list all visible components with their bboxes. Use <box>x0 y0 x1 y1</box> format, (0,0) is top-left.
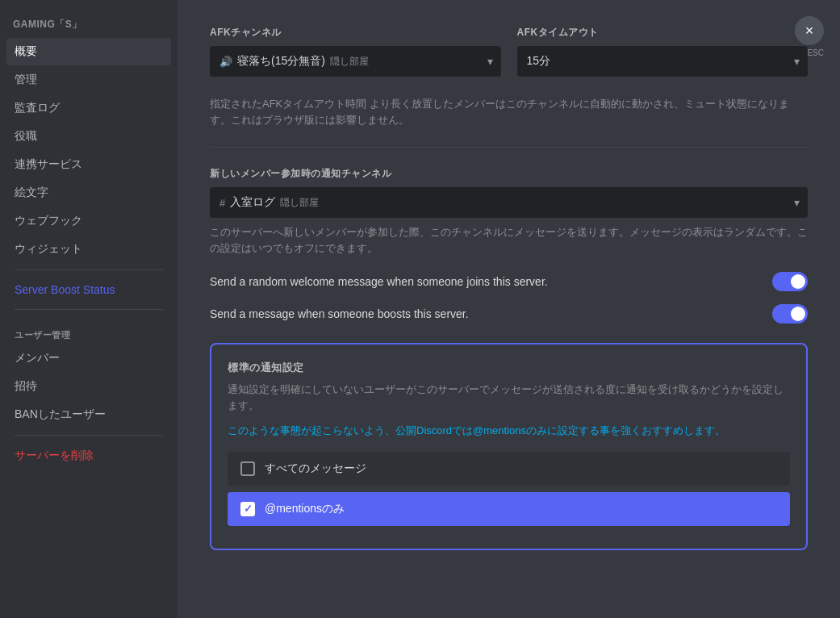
chevron-down-icon: ▾ <box>487 55 493 68</box>
sidebar-item-integrations[interactable]: 連携サービス <box>6 151 171 178</box>
all-messages-checkbox[interactable] <box>240 461 255 476</box>
sidebar-item-emoji[interactable]: 絵文字 <box>6 179 171 207</box>
boost-toggle-row: Send a message when someone boosts this … <box>210 304 808 324</box>
boost-toggle-label: Send a message when someone boosts this … <box>210 307 469 320</box>
afk-timeout-label: AFKタイムアウト <box>517 26 809 40</box>
toggles-section: Send a random welcome message when someo… <box>210 272 808 324</box>
sidebar-divider-2 <box>15 309 163 310</box>
main-content: × ESC AFKチャンネル 🔊 寝落ち(15分無音) 隠し部屋 ▾ AFKタイ… <box>178 0 840 618</box>
hash-icon: # <box>219 197 225 209</box>
sidebar-item-members[interactable]: メンバー <box>6 344 171 372</box>
sidebar-divider-1 <box>15 269 163 270</box>
sidebar-item-widget[interactable]: ウィジェット <box>6 236 171 263</box>
notification-box: 標準の通知設定 通知設定を明確にしていないユーザーがこのサーバーでメッセージが送… <box>210 343 808 550</box>
welcome-channel-label: 新しいメンバー参加時の通知チャンネル <box>210 167 808 181</box>
afk-channel-hidden: 隠し部屋 <box>330 55 369 69</box>
afk-channel-value: 寝落ち(15分無音) <box>237 54 325 69</box>
afk-timeout-select[interactable]: 15分 ▾ <box>517 46 809 77</box>
welcome-toggle-label: Send a random welcome message when someo… <box>210 275 548 288</box>
notification-box-title: 標準の通知設定 <box>228 361 790 375</box>
sidebar-item-banned[interactable]: BANしたユーザー <box>6 401 171 428</box>
sidebar-item-webhooks[interactable]: ウェブフック <box>6 207 171 235</box>
welcome-hint: このサーバーへ新しいメンバーが参加した際、このチャンネルにメッセージを送ります。… <box>210 224 808 256</box>
sidebar-divider-3 <box>15 435 163 436</box>
welcome-toggle[interactable] <box>772 272 808 291</box>
mentions-only-option[interactable]: @mentionsのみ <box>228 492 790 526</box>
notification-warning: このような事態が起こらないよう、公開Discordでは@mentionsのみに設… <box>228 423 790 439</box>
sidebar-item-manage[interactable]: 管理 <box>6 66 171 94</box>
boost-toggle[interactable] <box>772 304 808 324</box>
close-button[interactable]: × <box>795 16 824 45</box>
welcome-channel-group: 新しいメンバー参加時の通知チャンネル # 入室ログ 隠し部屋 ▾ <box>210 167 808 218</box>
mentions-only-checkbox[interactable] <box>240 502 255 516</box>
welcome-toggle-row: Send a random welcome message when someo… <box>210 272 808 291</box>
volume-icon: 🔊 <box>219 56 232 68</box>
afk-timeout-value: 15分 <box>527 54 551 69</box>
server-name: GAMING「S」 <box>6 13 171 38</box>
mentions-only-label: @mentionsのみ <box>265 502 345 516</box>
afk-hint: 指定されたAFKタイムアウト時間 より長く放置したメンバーはこのチャンネルに自動… <box>210 96 808 127</box>
welcome-channel-select[interactable]: # 入室ログ 隠し部屋 ▾ <box>210 187 808 218</box>
afk-channel-select[interactable]: 🔊 寝落ち(15分無音) 隠し部屋 ▾ <box>210 46 501 77</box>
welcome-channel-value: 入室ログ <box>230 195 275 210</box>
sidebar-section-user-management: ユーザー管理 <box>6 316 171 344</box>
notification-box-desc: 通知設定を明確にしていないユーザーがこのサーバーでメッセージが送信される度に通知… <box>228 382 790 413</box>
esc-label: ESC <box>807 48 824 57</box>
afk-timeout-group: AFKタイムアウト 15分 ▾ <box>517 26 809 77</box>
afk-channel-label: AFKチャンネル <box>210 26 501 40</box>
sidebar-item-invites[interactable]: 招待 <box>6 373 171 400</box>
divider-1 <box>210 147 808 148</box>
chevron-down-icon-2: ▾ <box>794 55 800 68</box>
sidebar-item-audit-log[interactable]: 監査ログ <box>6 94 171 122</box>
afk-channel-group: AFKチャンネル 🔊 寝落ち(15分無音) 隠し部屋 ▾ <box>210 26 501 77</box>
all-messages-option[interactable]: すべてのメッセージ <box>228 452 790 486</box>
sidebar-item-delete-server[interactable]: サーバーを削除 <box>6 442 171 470</box>
chevron-down-icon-3: ▾ <box>794 196 800 209</box>
sidebar-item-overview[interactable]: 概要 <box>6 38 171 65</box>
afk-row: AFKチャンネル 🔊 寝落ち(15分無音) 隠し部屋 ▾ AFKタイムアウト 1… <box>210 26 808 77</box>
welcome-channel-hidden: 隠し部屋 <box>280 196 319 210</box>
sidebar-item-server-boost[interactable]: Server Boost Status <box>6 277 171 303</box>
all-messages-label: すべてのメッセージ <box>265 461 366 476</box>
sidebar: GAMING「S」 概要 管理 監査ログ 役職 連携サービス 絵文字 ウェブフッ… <box>0 0 178 618</box>
sidebar-item-roles[interactable]: 役職 <box>6 123 171 150</box>
